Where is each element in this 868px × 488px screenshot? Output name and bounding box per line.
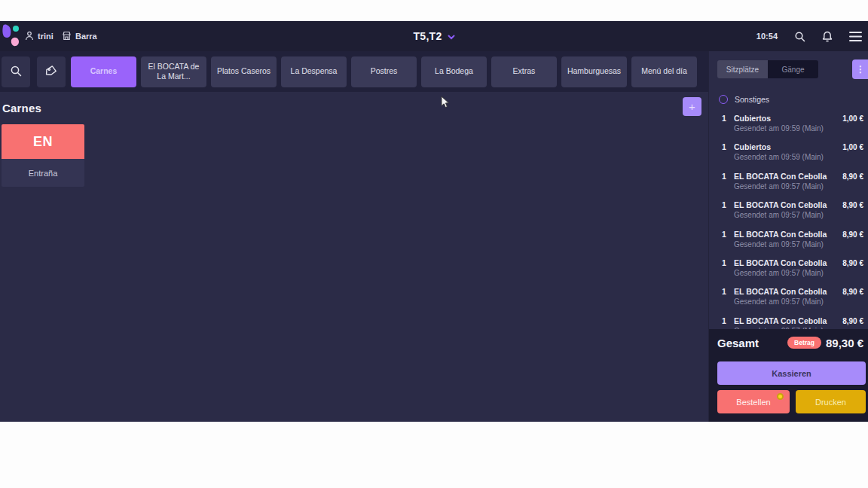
item-quantity: 1 [722, 230, 734, 239]
total-value: 89,30 € [826, 337, 863, 349]
category-tab[interactable]: La Bodega [421, 56, 487, 87]
item-name: EL BOCATA Con Cebolla [734, 258, 838, 267]
total-label: Gesamt [717, 337, 787, 349]
item-sent-note: Gesendet am 09:59 (Main) [734, 124, 863, 133]
order-notification-dot [777, 393, 784, 400]
item-sent-note: Gesendet am 09:57 (Main) [734, 182, 863, 191]
chevron-down-icon [448, 29, 455, 43]
category-tab[interactable]: Postres [351, 56, 417, 87]
table-label: T5,T2 [413, 30, 442, 42]
category-tab[interactable]: Platos Caseros [211, 56, 277, 87]
item-quantity: 1 [722, 287, 734, 296]
tags-button[interactable] [37, 56, 66, 87]
item-price: 8,90 € [842, 259, 863, 267]
view-toggle-option[interactable]: Gänge [768, 60, 818, 78]
order-item-row[interactable]: 1 EL BOCATA Con Cebolla 8,90 € Gesendet … [709, 286, 868, 315]
item-quantity: 1 [722, 142, 734, 151]
product-area: Carnes EN Entraña + [0, 92, 708, 422]
view-toggle-option[interactable]: Sitzplätze [717, 60, 768, 78]
order-item-row[interactable]: 1 EL BOCATA Con Cebolla 8,90 € Gesendet … [709, 171, 868, 200]
category-tabs: Carnes El BOCATA de La Mart... Platos Ca… [71, 56, 697, 87]
group-sonstiges[interactable]: Sonstiges [719, 95, 769, 104]
topbar-right: 10:54 [756, 21, 862, 51]
item-price: 8,90 € [842, 230, 863, 239]
item-price: 1,00 € [842, 143, 863, 151]
add-product-button[interactable]: + [683, 97, 701, 116]
radio-icon [719, 95, 728, 104]
item-sent-note: Gesendet am 09:57 (Main) [734, 240, 863, 249]
total-badge: Betrag [787, 337, 821, 349]
menu-icon[interactable] [849, 32, 862, 41]
clock: 10:54 [756, 32, 778, 41]
print-button[interactable]: Drucken [796, 390, 866, 413]
order-items-list: 1 Cubiertos 1,00 € Gesendet am 09:59 (Ma… [709, 113, 868, 329]
item-name: Cubiertos [734, 142, 838, 151]
item-price: 8,90 € [842, 288, 863, 296]
item-price: 8,90 € [842, 317, 863, 325]
category-tab[interactable]: Extras [491, 56, 557, 87]
order-item-row[interactable]: 1 Cubiertos 1,00 € Gesendet am 09:59 (Ma… [709, 142, 868, 170]
item-name: EL BOCATA Con Cebolla [734, 172, 838, 181]
topbar: trini Barra T5,T2 10:54 [0, 21, 868, 51]
order-item-row[interactable]: 1 EL BOCATA Con Cebolla 8,90 € Gesendet … [709, 316, 868, 329]
table-selector[interactable]: T5,T2 [0, 21, 868, 51]
order-button-label: Bestellen [736, 398, 770, 407]
item-name: EL BOCATA Con Cebolla [734, 316, 838, 325]
category-tab[interactable]: Menú del día [631, 56, 697, 87]
category-tab[interactable]: El BOCATA de La Mart... [141, 56, 206, 87]
item-name: EL BOCATA Con Cebolla [734, 200, 838, 209]
order-item-row[interactable]: 1 EL BOCATA Con Cebolla 8,90 € Gesendet … [709, 258, 868, 286]
item-price: 8,90 € [842, 172, 863, 181]
category-tab[interactable]: La Despensa [281, 56, 347, 87]
view-toggle: Sitzplätze Gänge [717, 60, 818, 78]
item-name: EL BOCATA Con Cebolla [734, 230, 838, 239]
search-icon[interactable] [794, 31, 805, 42]
item-sent-note: Gesendet am 09:57 (Main) [734, 297, 863, 306]
product-code: EN [2, 124, 84, 159]
pos-app: trini Barra T5,T2 10:54 [0, 21, 868, 422]
item-price: 8,90 € [842, 201, 863, 209]
item-quantity: 1 [722, 316, 734, 325]
section-title: Carnes [2, 102, 41, 114]
pay-button[interactable]: Kassieren [717, 361, 866, 385]
order-item-row[interactable]: 1 Cubiertos 1,00 € Gesendet am 09:59 (Ma… [709, 113, 868, 142]
item-price: 1,00 € [842, 114, 863, 123]
item-name: EL BOCATA Con Cebolla [734, 287, 838, 296]
order-item-row[interactable]: 1 EL BOCATA Con Cebolla 8,90 € Gesendet … [709, 200, 868, 228]
category-tab[interactable]: Carnes [71, 56, 136, 87]
item-sent-note: Gesendet am 09:59 (Main) [734, 153, 863, 161]
category-bar: Carnes El BOCATA de La Mart... Platos Ca… [0, 51, 708, 92]
item-quantity: 1 [722, 114, 734, 123]
bell-icon[interactable] [822, 31, 833, 42]
item-name: Cubiertos [734, 114, 838, 123]
tag-icon [45, 65, 57, 79]
mouse-cursor [441, 96, 450, 112]
order-item-row[interactable]: 1 EL BOCATA Con Cebolla 8,90 € Gesendet … [709, 229, 868, 258]
total-bar: Gesamt Betrag 89,30 € [709, 329, 868, 356]
panel-footer: Gesamt Betrag 89,30 € Kassieren Bestelle… [709, 329, 868, 422]
product-search-button[interactable] [2, 56, 30, 87]
item-quantity: 1 [722, 172, 734, 181]
product-tile[interactable]: EN Entraña [2, 124, 84, 187]
product-grid: EN Entraña [2, 124, 84, 187]
product-name: Entraña [2, 159, 84, 187]
order-button[interactable]: Bestellen [717, 390, 790, 413]
group-label: Sonstiges [735, 95, 769, 104]
search-icon [10, 65, 22, 79]
category-tab[interactable]: Hamburguesas [561, 56, 627, 87]
order-panel: Sitzplätze Gänge ⋮ Sonstiges 1 Cubiertos… [708, 51, 868, 422]
panel-toolbar: Sitzplätze Gänge ⋮ [709, 60, 868, 80]
item-sent-note: Gesendet am 09:57 (Main) [734, 211, 863, 219]
item-sent-note: Gesendet am 09:57 (Main) [734, 269, 863, 277]
item-quantity: 1 [722, 200, 734, 209]
more-options-icon[interactable]: ⋮ [852, 59, 868, 79]
item-quantity: 1 [722, 258, 734, 267]
